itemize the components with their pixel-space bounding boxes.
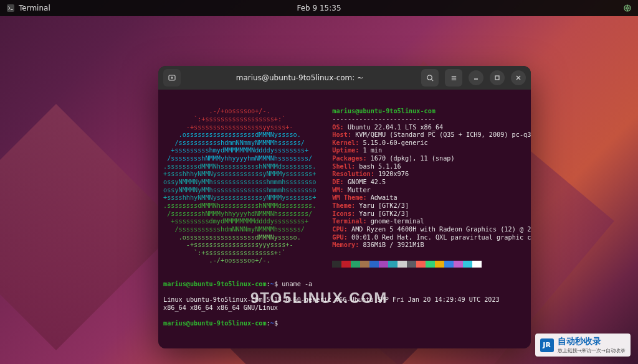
command-uname: uname -a <box>282 281 312 287</box>
menu-button[interactable] <box>445 69 462 86</box>
info-separator: --------------------------- <box>332 116 531 124</box>
svg-point-3 <box>427 75 431 79</box>
corner-badge: JR 自动秒收录 放上链接→来访一次→自动收录 <box>535 334 631 357</box>
search-button[interactable] <box>421 69 439 86</box>
topbar-status[interactable] <box>623 4 632 12</box>
label-cpu: CPU: <box>332 226 348 233</box>
neofetch-logo: .-/+oossssoo+/-. `:+ssssssssssssssssss+:… <box>163 108 316 268</box>
label-shell: Shell: <box>332 163 355 170</box>
label-de: DE: <box>332 179 343 185</box>
prompt-user: marius@ubuntu-9to5linux-com <box>163 281 267 287</box>
badge-logo-icon: JR <box>540 338 554 352</box>
label-icons: Icons: <box>332 210 355 217</box>
badge-title: 自动秒收录 <box>558 336 626 347</box>
svg-rect-0 <box>7 4 14 12</box>
info-userhost: marius@ubuntu-9to5linux-com <box>332 108 531 116</box>
label-packages: Packages: <box>332 155 366 162</box>
minimize-button[interactable] <box>469 70 483 85</box>
svg-rect-4 <box>495 76 499 80</box>
neofetch-info: marius@ubuntu-9to5linux-com ------------… <box>332 108 531 268</box>
close-button[interactable] <box>511 70 526 85</box>
label-terminal: Terminal: <box>332 218 366 225</box>
terminal-body[interactable]: .-/+oossssoo+/-. `:+ssssssssssssssssss+:… <box>158 90 531 348</box>
network-icon <box>623 4 632 12</box>
label-os: OS: <box>332 124 343 131</box>
label-kernel: Kernel: <box>332 139 359 146</box>
topbar-clock[interactable]: Feb 9 15:35 <box>297 4 341 12</box>
label-gpu: GPU: <box>332 234 348 241</box>
window-title: marius@ubuntu-9to5linux-com: ~ <box>184 73 415 82</box>
terminal-titlebar[interactable]: marius@ubuntu-9to5linux-com: ~ <box>158 66 531 90</box>
badge-subtitle: 放上链接→来访一次→自动收录 <box>558 347 626 354</box>
topbar-app[interactable]: Terminal <box>6 4 50 12</box>
topbar-app-name: Terminal <box>19 4 50 12</box>
terminal-app-icon <box>6 4 15 12</box>
label-host: Host: <box>332 131 351 138</box>
gnome-topbar: Terminal Feb 9 15:35 <box>0 0 638 16</box>
new-tab-button[interactable] <box>163 69 181 86</box>
label-theme: Theme: <box>332 202 355 209</box>
label-wmtheme: WM Theme: <box>332 194 366 201</box>
label-resolution: Resolution: <box>332 170 374 177</box>
label-wm: WM: <box>332 187 343 194</box>
watermark-brand: 9TO5LINUX.COM <box>250 289 388 307</box>
label-memory: Memory: <box>332 241 359 248</box>
color-palette <box>332 261 531 268</box>
maximize-button[interactable] <box>490 70 505 85</box>
label-uptime: Uptime: <box>332 147 359 154</box>
